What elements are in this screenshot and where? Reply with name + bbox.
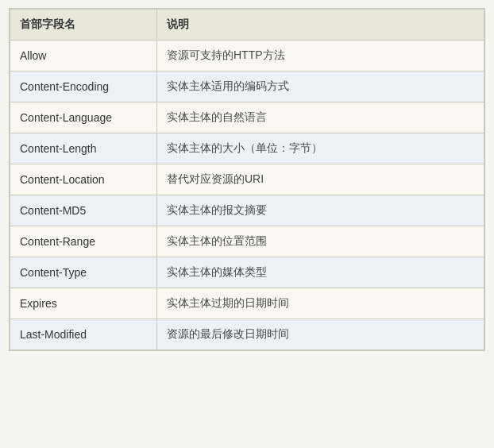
field-description-cell: 实体主体适用的编码方式 xyxy=(157,71,484,102)
table-row: Content-Location替代对应资源的URI xyxy=(10,164,484,195)
field-name-cell: Last-Modified xyxy=(10,319,157,350)
table-row: Content-Range实体主体的位置范围 xyxy=(10,226,484,257)
table-row: Content-Language实体主体的自然语言 xyxy=(10,102,484,133)
field-description-cell: 实体主体的报文摘要 xyxy=(157,195,484,226)
http-headers-table: 首部字段名 说明 Allow资源可支持的HTTP方法Content-Encodi… xyxy=(10,9,484,350)
table-row: Content-Length实体主体的大小（单位：字节） xyxy=(10,133,484,164)
column-header-field: 首部字段名 xyxy=(10,10,157,41)
main-table-container: 首部字段名 说明 Allow资源可支持的HTTP方法Content-Encodi… xyxy=(9,8,485,351)
field-description-cell: 资源可支持的HTTP方法 xyxy=(157,41,484,71)
field-description-cell: 实体主体的媒体类型 xyxy=(157,257,484,288)
field-description-cell: 实体主体过期的日期时间 xyxy=(157,288,484,319)
field-name-cell: Allow xyxy=(10,41,157,71)
field-name-cell: Content-Type xyxy=(10,257,157,288)
table-row: Allow资源可支持的HTTP方法 xyxy=(10,41,484,71)
table-row: Expires实体主体过期的日期时间 xyxy=(10,288,484,319)
field-name-cell: Content-Location xyxy=(10,164,157,195)
field-name-cell: Content-Language xyxy=(10,102,157,133)
field-name-cell: Expires xyxy=(10,288,157,319)
field-description-cell: 资源的最后修改日期时间 xyxy=(157,319,484,350)
table-row: Content-Encoding实体主体适用的编码方式 xyxy=(10,71,484,102)
table-row: Last-Modified资源的最后修改日期时间 xyxy=(10,319,484,350)
field-name-cell: Content-Length xyxy=(10,133,157,164)
table-header-row: 首部字段名 说明 xyxy=(10,10,484,41)
field-name-cell: Content-Encoding xyxy=(10,71,157,102)
field-description-cell: 实体主体的大小（单位：字节） xyxy=(157,133,484,164)
field-description-cell: 实体主体的自然语言 xyxy=(157,102,484,133)
field-description-cell: 实体主体的位置范围 xyxy=(157,226,484,257)
field-name-cell: Content-Range xyxy=(10,226,157,257)
field-description-cell: 替代对应资源的URI xyxy=(157,164,484,195)
field-name-cell: Content-MD5 xyxy=(10,195,157,226)
table-row: Content-MD5实体主体的报文摘要 xyxy=(10,195,484,226)
table-row: Content-Type实体主体的媒体类型 xyxy=(10,257,484,288)
column-header-description: 说明 xyxy=(157,10,484,41)
